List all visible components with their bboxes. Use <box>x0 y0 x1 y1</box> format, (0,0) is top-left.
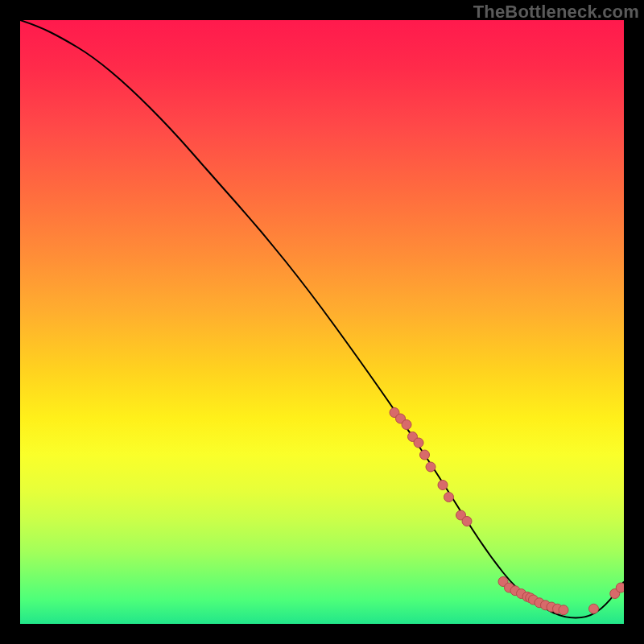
data-marker <box>420 450 430 460</box>
data-marker <box>438 481 448 490</box>
plot-area <box>20 20 624 624</box>
data-marker <box>616 583 624 592</box>
bottleneck-curve-path <box>20 20 624 618</box>
data-marker <box>589 604 599 613</box>
data-marker <box>402 420 411 430</box>
marker-group <box>390 408 624 615</box>
data-marker <box>559 605 568 615</box>
chart-stage: TheBottleneck.com <box>0 0 644 644</box>
data-marker <box>444 493 454 502</box>
data-marker <box>462 517 472 526</box>
watermark-label: TheBottleneck.com <box>473 2 639 23</box>
data-marker <box>414 438 423 448</box>
chart-overlay-svg <box>20 20 624 624</box>
data-marker <box>426 462 436 472</box>
